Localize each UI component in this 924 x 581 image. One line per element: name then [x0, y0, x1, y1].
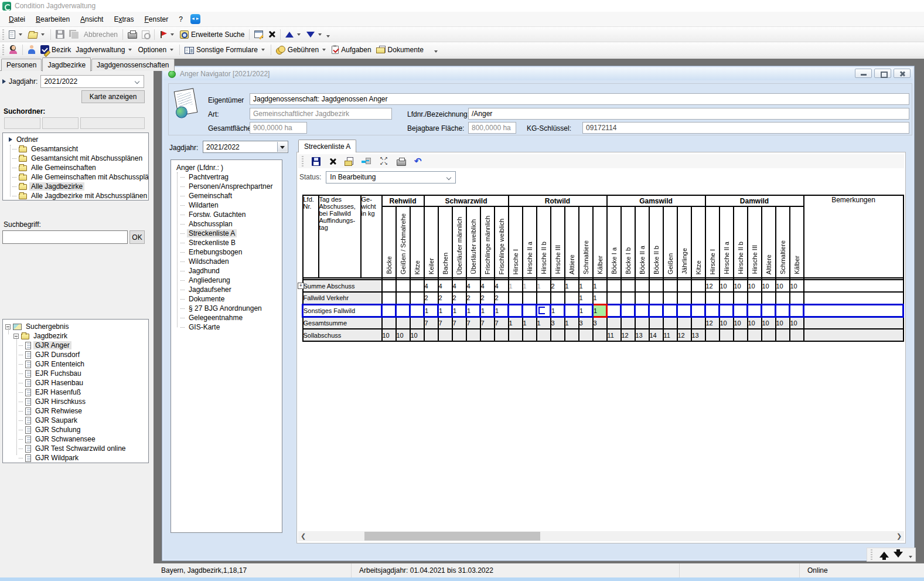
advanced-search-button[interactable]: Erweiterte Suche	[178, 29, 247, 40]
grid-cell[interactable]: 10	[734, 317, 748, 329]
grid-cell[interactable]: 13	[635, 329, 649, 341]
grid-cell[interactable]: 1	[424, 304, 438, 317]
ok-button[interactable]: OK	[129, 230, 145, 244]
grid-cell[interactable]	[635, 317, 649, 329]
scroll-left-icon[interactable]: ❮	[298, 531, 308, 541]
grid-cell[interactable]	[748, 304, 762, 317]
grid-cell[interactable]	[396, 317, 410, 329]
grid-cell[interactable]	[509, 292, 523, 304]
grid-cell[interactable]	[410, 292, 424, 304]
grid-cell[interactable]: 12	[705, 280, 720, 292]
grid-cell[interactable]	[734, 304, 748, 317]
tree-item[interactable]: Dokumente	[175, 294, 282, 304]
grid-cell[interactable]	[551, 292, 565, 304]
grid-cell[interactable]: 4	[495, 280, 509, 292]
grid-cell[interactable]: 2	[438, 292, 452, 304]
grid-cell[interactable]	[635, 304, 649, 317]
grid-cell[interactable]	[635, 292, 649, 304]
grid-cell[interactable]	[396, 280, 410, 292]
grid-cell[interactable]: 7	[480, 317, 495, 329]
grid-cell[interactable]	[734, 292, 748, 304]
tree-item[interactable]: Alle Jagdbezirke	[5, 182, 148, 191]
grid-cell[interactable]: 10	[382, 329, 396, 341]
grid-cell[interactable]	[382, 280, 396, 292]
grid-cell[interactable]	[691, 317, 705, 329]
grid-cell[interactable]	[382, 304, 396, 317]
grid-cell[interactable]	[537, 292, 551, 304]
grid-cell[interactable]	[663, 317, 677, 329]
grid-cell[interactable]	[579, 329, 593, 341]
grid-cell[interactable]: 2	[480, 292, 495, 304]
gesamtflaeche-field[interactable]: 900,0000 ha	[250, 122, 307, 134]
grid-cell[interactable]	[410, 317, 424, 329]
grid-cell[interactable]	[677, 317, 691, 329]
tree-item[interactable]: Gesamtansicht mit Abschussplänen	[5, 154, 148, 163]
grid-cell[interactable]	[705, 304, 720, 317]
tree-item[interactable]: Erhebungsbogen	[175, 247, 282, 257]
bemerkungen-cell[interactable]	[804, 329, 903, 341]
grid-cell[interactable]: 10	[734, 280, 748, 292]
navigate-down-button[interactable]	[304, 30, 325, 39]
grid-cell[interactable]	[720, 329, 734, 341]
grid-cell[interactable]: 4	[438, 280, 452, 292]
tree-item[interactable]: § 27 BJG Anordnungen	[175, 304, 282, 313]
combo-arrow-icon[interactable]	[277, 142, 287, 152]
grid-cell[interactable]: 1	[523, 280, 537, 292]
toolbar-grip[interactable]	[302, 156, 304, 167]
tree-item[interactable]: Pachtvertrag	[175, 172, 282, 182]
flag-button[interactable]	[157, 29, 178, 40]
grid-cell[interactable]: 10	[762, 317, 776, 329]
kg-schluessel-field[interactable]: 09172114	[582, 122, 909, 134]
grid-new-record-button[interactable]	[342, 156, 356, 167]
grid-cell[interactable]	[649, 304, 663, 317]
print-button[interactable]	[125, 29, 139, 40]
grid-cell[interactable]	[607, 317, 621, 329]
grid-cell[interactable]: 1	[579, 292, 593, 304]
tree-root-ordner[interactable]: Ordner	[5, 135, 148, 144]
karte-anzeigen-button[interactable]: Karte anzeigen	[81, 90, 145, 103]
tree-item[interactable]: Forstw. Gutachten	[175, 210, 282, 219]
tree-folder-jagdbezirk[interactable]: Jagdbezirk	[5, 331, 148, 341]
grid-cell[interactable]: 2	[424, 292, 438, 304]
grid-cell[interactable]: 10	[776, 280, 790, 292]
grid-cell[interactable]: 1	[565, 280, 579, 292]
grid-cell[interactable]	[593, 329, 607, 341]
grid-cell[interactable]	[382, 317, 396, 329]
tree-item[interactable]: Gemeinschaft	[175, 191, 282, 201]
grid-cell[interactable]: 1	[452, 304, 466, 317]
scrollbar-thumb[interactable]	[364, 532, 540, 541]
tree-item[interactable]: GJR Test Schwarzwild online	[5, 444, 148, 453]
grid-cell[interactable]: 3	[579, 317, 593, 329]
grid-cell[interactable]: 1	[593, 292, 607, 304]
jagdjahr-select[interactable]: 2021/2022	[40, 75, 144, 88]
grid-cell[interactable]	[523, 292, 537, 304]
grid-cell[interactable]: 1	[579, 304, 593, 317]
grid-cell[interactable]	[551, 329, 565, 341]
menu-bearbeiten[interactable]: Bearbeiten	[30, 13, 75, 26]
grid-cell[interactable]	[607, 304, 621, 317]
grid-cell[interactable]	[677, 304, 691, 317]
grid-move-button[interactable]	[359, 157, 373, 167]
grid-cell[interactable]	[762, 304, 776, 317]
grid-cell[interactable]	[621, 317, 635, 329]
tree-item[interactable]: GJR Hirschkuss	[5, 397, 148, 406]
menu-extras[interactable]: Extras	[108, 13, 139, 26]
grid-cell[interactable]	[382, 292, 396, 304]
grid-cell[interactable]: 11	[607, 329, 621, 341]
close-button[interactable]	[894, 69, 911, 78]
tree-item[interactable]: Gesamtansicht	[5, 144, 148, 154]
horizontal-scrollbar[interactable]: ❮ ❯	[298, 531, 904, 541]
minimize-button[interactable]	[855, 69, 872, 78]
grid-cell[interactable]: 1	[537, 280, 551, 292]
move-up-icon[interactable]	[879, 552, 889, 558]
collapse-arrow-icon[interactable]	[2, 79, 6, 84]
grid-cell[interactable]: 4	[424, 280, 438, 292]
grid-cell[interactable]: 10	[410, 329, 424, 341]
scroll-right-icon[interactable]: ❯	[894, 531, 904, 541]
grid-cell[interactable]: 10	[720, 317, 734, 329]
tree-item[interactable]: GJR Saupark	[5, 416, 148, 425]
grid-cell[interactable]	[621, 292, 635, 304]
grid-cell[interactable]	[691, 292, 705, 304]
grid-cell[interactable]: 2	[495, 292, 509, 304]
tree-item[interactable]: GIS-Karte	[175, 322, 282, 332]
